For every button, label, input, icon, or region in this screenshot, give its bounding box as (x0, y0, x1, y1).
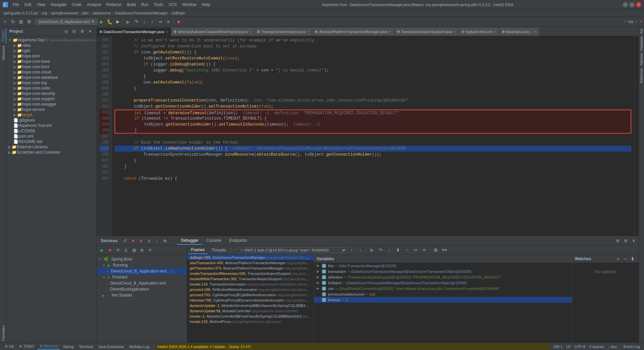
debug-evaluate-btn[interactable]: ≡ (421, 246, 428, 254)
democcloud-running-item[interactable]: ✓ DemoCloud_B_Application-test 111 (97, 268, 187, 274)
menu-vcs[interactable]: VCS (166, 2, 180, 8)
close-button[interactable]: ✕ (636, 2, 641, 7)
structure-icon[interactable]: ⊞ (17, 18, 25, 25)
step-into-button[interactable]: ↓ (141, 18, 148, 25)
tree-item-iml[interactable]: 📄 Hopehomi-Tool.iml (7, 123, 97, 128)
tree-item-hope-core-log[interactable]: ▶ 📁 hope-core-log (7, 80, 97, 85)
collapse-all-icon[interactable]: ⊟ (70, 28, 78, 35)
svc-restart-icon[interactable]: ↺ (114, 246, 122, 254)
settings-icon[interactable]: ⚙ (25, 18, 33, 25)
menu-analyze[interactable]: Analyze (84, 2, 104, 8)
tree-item-hope-core-database[interactable]: ▶ 📁 hope-core-database (7, 75, 97, 80)
status-lf[interactable]: LF (565, 345, 572, 349)
debug-button[interactable]: 🐛 (106, 18, 114, 25)
sync-icon[interactable]: ↻ (9, 18, 17, 25)
tree-item-hope-core-security[interactable]: ▶ 📁 hope-core-security (7, 91, 97, 96)
breadcrumb-item-0[interactable]: spring-jdbc-5.3.21.jar (3, 11, 38, 15)
tree-item-hope-core-support[interactable]: ▶ 📁 hope-core-support (7, 96, 97, 102)
services-add-icon[interactable]: ⊕ (161, 237, 169, 244)
step-over-button[interactable]: ↷ (133, 18, 140, 25)
tree-item-root[interactable]: ▼ 📁 Hopehomi-Tool E:\idea-workspace\hope… (7, 37, 97, 43)
var-expand-this-icon[interactable]: ▶ (317, 264, 321, 268)
panel-settings-icon[interactable]: ⚙ (622, 237, 629, 244)
v-tab-structure[interactable]: Structure (1, 43, 6, 62)
var-item-transaction[interactable]: ▶ o transaction = {DataSourceTransaction… (314, 269, 572, 274)
debugger-tab-console[interactable]: Console (202, 237, 225, 245)
menu-edit[interactable]: Edit (22, 2, 34, 8)
menu-code[interactable]: Code (69, 2, 84, 8)
evaluate-button[interactable]: ≡ (165, 18, 172, 25)
status-event-log[interactable]: Event Log (622, 345, 641, 349)
frame-item-11[interactable]: invoke:-1, MybatisController$$FastClassB… (187, 314, 314, 319)
tab-transaction-aspect[interactable]: TransactionAspectSupport.java ✕ (394, 28, 459, 36)
tab-close-5[interactable]: ✕ (494, 30, 496, 34)
spring-bottom-tab[interactable]: Spring (61, 344, 76, 349)
run-config-selector[interactable]: DemoCloud_B_Application-test ▼ (36, 19, 98, 25)
v-tab-favorites[interactable]: Favorites (1, 324, 6, 343)
tab-transaction-interceptor[interactable]: TransactionInterceptor.java ✕ (255, 28, 312, 36)
frame-item-1[interactable]: startTransaction:400, AbstractPlatformTr… (187, 260, 314, 266)
frame-item-4[interactable]: invokeWithinTransaction:382, Transaction… (187, 276, 314, 282)
tree-item-hope-core-boot[interactable]: ▶ 📁 hope-core-boot (7, 64, 97, 69)
stop-button[interactable]: ■ (175, 18, 182, 25)
watches-expand-button[interactable]: ⬍ (629, 255, 636, 262)
frame-item-8[interactable]: intercept:708, CglibAopProxy$DynamicAdvi… (187, 298, 314, 303)
menu-navigate[interactable]: Navigate (48, 2, 69, 8)
v-tab-project[interactable]: Project (0, 28, 6, 43)
debug-step-over-btn[interactable]: ↷ (377, 246, 384, 254)
editor-content[interactable]: 281 282 283 284 285 286 287 288 289 290 … (97, 36, 639, 236)
status-warning[interactable]: IntelliJ IDEA 2020.1.4 available: // Upd… (155, 344, 550, 349)
retsserver-tab[interactable]: RetServer (639, 67, 644, 84)
var-item-prev-isolation[interactable]: ▶ n previousIsolationLevel = null (314, 291, 572, 297)
tree-item-hope-service[interactable]: ▶ 📁 hope-service (7, 107, 97, 112)
watches-add-button[interactable]: + (615, 255, 621, 262)
var-expand-definition-icon[interactable]: ▶ (317, 275, 321, 279)
not-started-group[interactable]: ▶ ○ Not Started (97, 292, 187, 298)
ant-tab[interactable]: Ant (639, 27, 644, 35)
var-item-this[interactable]: ▶ o this = {JdbcTransactionManager@15029… (314, 263, 572, 269)
var-expand-transaction-icon[interactable]: ▶ (317, 269, 321, 274)
tree-item-license[interactable]: 📄 LICENSE (7, 128, 97, 134)
running-group[interactable]: ▼ ▶ Running (97, 262, 187, 268)
spring-boot-item[interactable]: ▼ 🌿 Spring Boot (97, 256, 187, 262)
menu-view[interactable]: View (34, 2, 48, 8)
thread-selector[interactable]: ✓ ✓ XNIO-1 task-1*@14,553 in group "main… (233, 247, 347, 253)
demoboot-finished-item[interactable]: □ DemoBootApplication (97, 286, 187, 292)
breadcrumb-item-3[interactable]: jdbc (82, 11, 89, 15)
frame-item-2[interactable]: getTransaction:373, AbstractPlatformTran… (187, 266, 314, 271)
minimize-button[interactable]: ─ (623, 2, 628, 7)
watches-remove-button[interactable]: − (622, 255, 629, 262)
svc-build-icon[interactable]: ▤ (130, 246, 138, 254)
var-item-definition[interactable]: ▶ o definition = {TransactionAspectSuppo… (314, 274, 572, 280)
project-settings-icon[interactable]: ⚙ (78, 28, 86, 35)
debug-resume-btn[interactable]: ▶ (368, 246, 376, 254)
services-list-icon[interactable]: ≡ (137, 237, 145, 244)
threads-tab[interactable]: Threads (209, 246, 229, 254)
tree-item-hope-core-cloud[interactable]: ▶ 📁 hope-core-cloud (7, 69, 97, 75)
status-vcs[interactable]: ↓ dev... (607, 345, 621, 349)
var-expand-con-icon[interactable]: ▶ (317, 286, 321, 291)
project-close-icon[interactable]: ✕ (87, 28, 94, 35)
menu-run[interactable]: Run (139, 2, 151, 8)
tab-close-3[interactable]: ✕ (389, 30, 391, 34)
tree-item-hope-bom[interactable]: ▶ 📁 hope-bom (7, 53, 97, 59)
tree-item-external-libs[interactable]: ▶ 📁 External Libraries (7, 144, 97, 150)
services-filter-icon[interactable]: ⧖ (145, 237, 153, 244)
debug-threads-btn[interactable]: ≡≡ (441, 246, 448, 254)
frames-tab[interactable]: Frames (188, 246, 207, 254)
status-indent[interactable]: 4 spaces (588, 345, 605, 349)
tree-item-hope-core-base[interactable]: ▶ 📁 hope-core-base (7, 59, 97, 64)
frame-item-9[interactable]: dynamicUpdate:-1, MybatisServiceImpl$$En… (187, 303, 314, 308)
debugger-tab-debugger[interactable]: Debugger (177, 237, 202, 245)
services-restart-icon[interactable]: ↺ (121, 237, 129, 244)
tree-item-scratches[interactable]: ▶ 📁 Scratches and Consoles (7, 150, 97, 155)
frame-item-10[interactable]: dynamicUpdate:58, MybatisController (org… (187, 308, 314, 314)
tab-close-1[interactable]: ✕ (249, 30, 252, 34)
frame-down-btn[interactable]: ↓ (357, 246, 364, 254)
terminal-bottom-tab[interactable]: Terminal (77, 344, 95, 349)
finished-group[interactable]: ▼ ■ Finished (97, 274, 187, 280)
svc-deploy-icon[interactable]: ⊕ (138, 246, 146, 254)
breadcrumb-item-5[interactable]: DataSourceTransactionManager (115, 11, 168, 15)
frame-item-7[interactable]: proceed:763, CglibAopProxy$CglibMethodIn… (187, 292, 314, 298)
database-tab[interactable]: Database (639, 35, 644, 52)
